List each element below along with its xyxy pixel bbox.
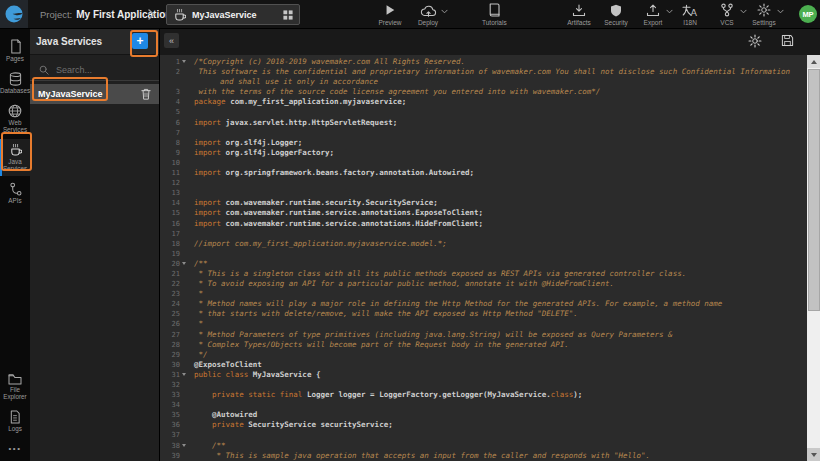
sidebar-item-file-explorer[interactable]: File Explorer: [0, 369, 30, 404]
code-text[interactable]: [188, 107, 807, 117]
code-line-13[interactable]: 13: [160, 188, 807, 198]
code-text[interactable]: /**: [188, 441, 807, 451]
code-text[interactable]: @ExposeToClient: [188, 360, 807, 370]
code-text[interactable]: * This is a singleton class with all its…: [188, 269, 807, 279]
topbar-action-artifacts[interactable]: Artifacts: [567, 3, 591, 26]
code-line-33[interactable]: 33 private static final Logger logger = …: [160, 390, 807, 400]
code-line-18[interactable]: 18//import com.my_first_application.myja…: [160, 239, 807, 249]
code-line-22[interactable]: 22 * To avoid exposing an API for a part…: [160, 279, 807, 289]
code-line-12[interactable]: 12: [160, 178, 807, 188]
scroll-down-icon[interactable]: [807, 448, 820, 461]
code-line-23[interactable]: 23 *: [160, 289, 807, 299]
code-line-3[interactable]: 3 with the terms of the source code lice…: [160, 87, 807, 97]
code-text[interactable]: [188, 400, 807, 410]
code-line-15[interactable]: 15import com.wavemaker.runtime.service.a…: [160, 208, 807, 218]
code-text[interactable]: [188, 188, 807, 198]
grid-icon[interactable]: [283, 10, 293, 20]
code-text[interactable]: private SecurityService securityService;: [188, 420, 807, 430]
sidebar-item-web-services[interactable]: Web Services: [0, 100, 30, 137]
code-line-6[interactable]: 6import javax.servlet.http.HttpServletRe…: [160, 118, 807, 128]
code-text[interactable]: *: [188, 319, 807, 329]
code-text[interactable]: [188, 128, 807, 138]
code-line-34[interactable]: 34: [160, 400, 807, 410]
code-line-29[interactable]: 29 */: [160, 350, 807, 360]
sidebar-item-java-services[interactable]: Java Services: [0, 139, 30, 176]
code-line-21[interactable]: 21 * This is a singleton class with all …: [160, 269, 807, 279]
code-line-1[interactable]: 1/*Copyright (c) 2018-2019 wavemaker.com…: [160, 57, 807, 67]
code-line-31[interactable]: 31public class MyJavaService {: [160, 370, 807, 380]
topbar-action-i18n[interactable]: AI18N: [678, 3, 702, 26]
code-text[interactable]: import org.springframework.beans.factory…: [188, 168, 807, 178]
more-dots-icon[interactable]: •••: [0, 438, 30, 461]
caret-down-icon[interactable]: [777, 9, 784, 14]
code-text[interactable]: * that starts with delete/remove, will m…: [188, 309, 807, 319]
code-line-16[interactable]: 16import com.wavemaker.runtime.service.a…: [160, 219, 807, 229]
code-line-14[interactable]: 14import com.wavemaker.runtime.security.…: [160, 198, 807, 208]
service-list-item-myjavaservice[interactable]: MyJavaService: [30, 84, 159, 104]
code-text[interactable]: /*Copyright (c) 2018-2019 wavemaker.com …: [188, 57, 807, 67]
code-text[interactable]: *: [188, 289, 807, 299]
user-avatar[interactable]: MP: [799, 5, 817, 23]
code-text[interactable]: @Autowired: [188, 410, 807, 420]
code-text[interactable]: * Complex Types/Objects will become part…: [188, 340, 807, 350]
topbar-action-preview[interactable]: Preview: [378, 3, 402, 26]
code-text[interactable]: public class MyJavaService {: [188, 370, 807, 380]
code-text[interactable]: [188, 430, 807, 440]
trash-icon[interactable]: [141, 88, 151, 100]
code-line-19[interactable]: 19: [160, 249, 807, 259]
code-text[interactable]: */: [188, 350, 807, 360]
sidebar-item-pages[interactable]: Pages: [0, 35, 30, 66]
save-icon[interactable]: [781, 34, 794, 47]
code-text[interactable]: [188, 249, 807, 259]
code-text[interactable]: * Method Parameters of type primitives (…: [188, 330, 807, 340]
code-line-30[interactable]: 30@ExposeToClient: [160, 360, 807, 370]
code-line-37[interactable]: 37: [160, 430, 807, 440]
code-text[interactable]: import javax.servlet.http.HttpServletReq…: [188, 118, 807, 128]
sidebar-item-apis[interactable]: APIs: [0, 178, 30, 208]
code-line-17[interactable]: 17: [160, 229, 807, 239]
code-line-38[interactable]: 38 /**: [160, 441, 807, 451]
code-text[interactable]: package com.my_first_application.myjavas…: [188, 97, 807, 107]
code-text[interactable]: * This is sample java operation that acc…: [188, 451, 807, 461]
scroll-up-icon[interactable]: [807, 55, 820, 68]
code-line-8[interactable]: 8import org.slf4j.Logger;: [160, 138, 807, 148]
tab-myjavaservice[interactable]: MyJavaService: [166, 4, 300, 25]
code-text[interactable]: [188, 229, 807, 239]
code-line-4[interactable]: 4package com.my_first_application.myjava…: [160, 97, 807, 107]
code-line-2[interactable]: 2 This software is the confidential and …: [160, 67, 807, 87]
topbar-action-settings[interactable]: Settings: [752, 3, 776, 26]
code-line-26[interactable]: 26 *: [160, 319, 807, 329]
code-line-27[interactable]: 27 * Method Parameters of type primitive…: [160, 330, 807, 340]
code-text[interactable]: This software is the confidential and pr…: [188, 67, 807, 87]
code-line-36[interactable]: 36 private SecurityService securityServi…: [160, 420, 807, 430]
scrollbar-thumb[interactable]: [808, 69, 820, 311]
topbar-action-deploy[interactable]: Deploy: [416, 3, 440, 26]
code-text[interactable]: import com.wavemaker.runtime.service.ann…: [188, 208, 807, 218]
code-text[interactable]: import com.wavemaker.runtime.security.Se…: [188, 198, 807, 208]
gear-icon[interactable]: [748, 34, 762, 48]
code-line-20[interactable]: 20/**: [160, 259, 807, 269]
editor-scrollbar[interactable]: [807, 55, 820, 461]
code-text[interactable]: with the terms of the source code licens…: [188, 87, 807, 97]
caret-down-icon[interactable]: [666, 9, 673, 14]
search-input[interactable]: [54, 64, 150, 76]
code-line-10[interactable]: 10: [160, 158, 807, 168]
sidebar-item-logs[interactable]: Logs: [0, 406, 30, 436]
code-text[interactable]: [188, 380, 807, 390]
fold-arrow-icon[interactable]: [180, 370, 188, 380]
sidebar-item-databases[interactable]: Databases: [0, 68, 30, 98]
code-text[interactable]: import com.wavemaker.runtime.service.ann…: [188, 219, 807, 229]
code-text[interactable]: import org.slf4j.Logger;: [188, 138, 807, 148]
code-line-11[interactable]: 11import org.springframework.beans.facto…: [160, 168, 807, 178]
code-lines[interactable]: 1/*Copyright (c) 2018-2019 wavemaker.com…: [160, 55, 807, 461]
code-line-32[interactable]: 32: [160, 380, 807, 390]
caret-down-icon[interactable]: [441, 9, 448, 14]
topbar-action-export[interactable]: Export: [641, 3, 665, 26]
topbar-action-security[interactable]: Security: [604, 3, 628, 26]
code-text[interactable]: private static final Logger logger = Log…: [188, 390, 807, 400]
fold-arrow-icon[interactable]: [180, 441, 188, 451]
code-line-39[interactable]: 39 * This is sample java operation that …: [160, 451, 807, 461]
code-line-25[interactable]: 25 * that starts with delete/remove, wil…: [160, 309, 807, 319]
wavemaker-logo-icon[interactable]: [0, 0, 28, 28]
code-text[interactable]: * Method names will play a major role in…: [188, 299, 807, 309]
